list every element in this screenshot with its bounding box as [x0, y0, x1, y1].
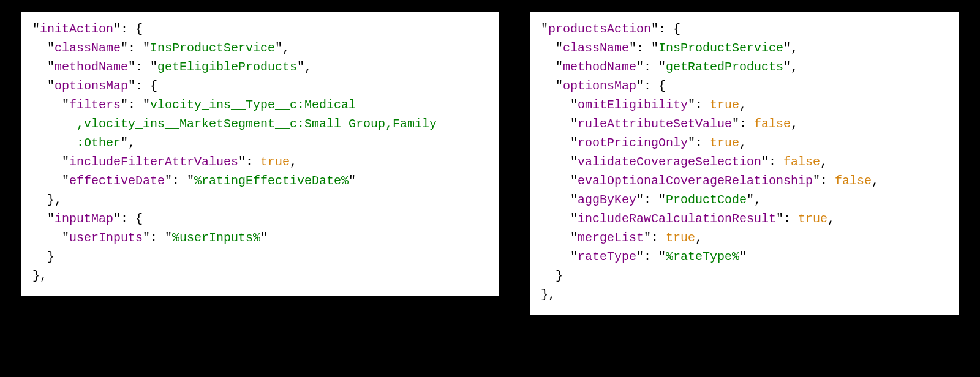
- key-omiteligibility: omitEligibility: [578, 98, 688, 112]
- val-evaloptionalcoveragerelationship: false: [835, 174, 872, 188]
- key-evaloptionalcoveragerelationship: evalOptionalCoverageRelationship: [578, 174, 813, 188]
- val-includefilterattrvalues: true: [260, 155, 290, 169]
- key-ruleattributesetvalue: ruleAttributeSetValue: [578, 117, 732, 131]
- val-validatecoverageselection: false: [783, 155, 820, 169]
- key-ratetype: rateType: [578, 250, 636, 264]
- key-productsaction: productsAction: [548, 22, 651, 36]
- key-aggbykey: aggByKey: [578, 193, 636, 207]
- key-classname-left: className: [55, 41, 121, 55]
- val-mergelist: true: [666, 231, 695, 245]
- val-ruleattributesetvalue: false: [754, 117, 791, 131]
- key-includerawcalculationresult: includeRawCalculationResult: [578, 212, 776, 226]
- key-optionsmap-left: optionsMap: [55, 79, 128, 93]
- code-block-right-content: "productsAction": { "className": "InsPro…: [541, 20, 948, 304]
- key-effectivedate: effectiveDate: [69, 174, 165, 188]
- val-classname-left: InsProductService: [150, 41, 275, 55]
- key-inputmap: inputMap: [55, 212, 113, 226]
- val-effectivedate: %ratingEffectiveDate%: [194, 174, 349, 188]
- code-block-left-content: "initAction": { "className": "InsProduct…: [32, 20, 488, 285]
- val-rootpricingonly: true: [710, 136, 739, 150]
- key-includefilterattrvalues: includeFilterAttrValues: [69, 155, 238, 169]
- key-methodname-left: methodName: [55, 60, 128, 74]
- key-filters-left: filters: [69, 98, 121, 112]
- val-filters-l3: :Other: [77, 136, 121, 150]
- key-classname-right: className: [563, 41, 629, 55]
- key-validatecoverageselection: validateCoverageSelection: [578, 155, 761, 169]
- val-aggbykey: ProductCode: [666, 193, 747, 207]
- val-includerawcalculationresult: true: [798, 212, 827, 226]
- val-classname-right: InsProductService: [658, 41, 783, 55]
- key-methodname-right: methodName: [563, 60, 636, 74]
- key-userinputs: userInputs: [69, 231, 143, 245]
- key-rootpricingonly: rootPricingOnly: [578, 136, 688, 150]
- val-methodname-right: getRatedProducts: [666, 60, 783, 74]
- code-block-right: "productsAction": { "className": "InsPro…: [530, 12, 959, 315]
- val-methodname-left: getEligibleProducts: [157, 60, 297, 74]
- val-filters-l1: vlocity_ins__Type__c:Medical: [150, 98, 356, 112]
- val-userinputs: %userInputs%: [172, 231, 260, 245]
- val-omiteligibility: true: [710, 98, 739, 112]
- key-initaction: initAction: [40, 22, 113, 36]
- code-block-left: "initAction": { "className": "InsProduct…: [21, 12, 499, 296]
- key-optionsmap-right: optionsMap: [563, 79, 636, 93]
- val-filters-l2: ,vlocity_ins__MarketSegment__c:Small Gro…: [77, 117, 437, 131]
- key-mergelist: mergeList: [578, 231, 644, 245]
- val-ratetype: %rateType%: [666, 250, 739, 264]
